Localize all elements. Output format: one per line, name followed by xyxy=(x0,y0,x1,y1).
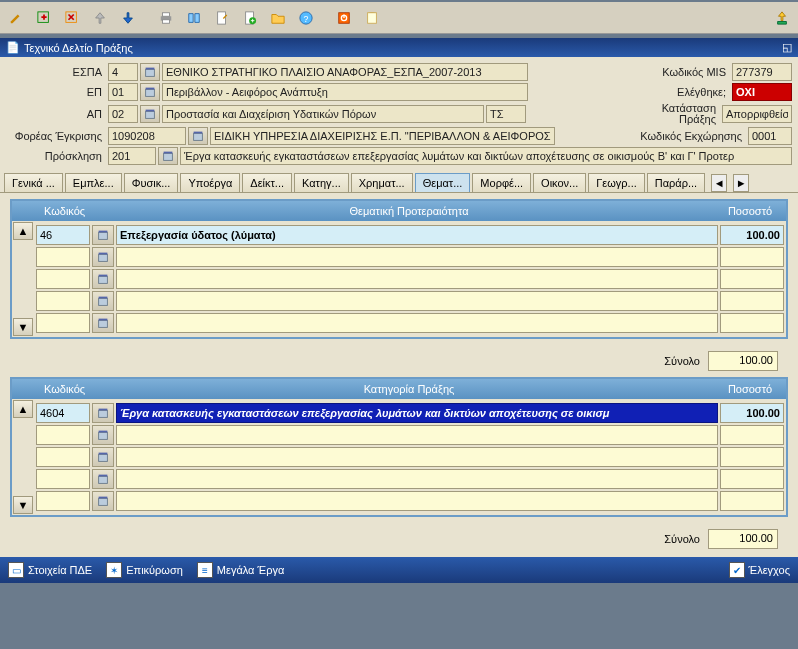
export-up-icon[interactable] xyxy=(770,6,794,30)
prosklisi-desc[interactable] xyxy=(180,147,792,165)
row-lookup-icon[interactable] xyxy=(92,313,114,333)
row-pct-input[interactable] xyxy=(720,291,784,311)
tab-themat[interactable]: Θεματ... xyxy=(415,173,471,192)
book-icon[interactable] xyxy=(182,6,206,30)
row-desc-input[interactable] xyxy=(116,313,718,333)
row-code-input[interactable] xyxy=(36,425,90,445)
row-desc-input[interactable] xyxy=(116,469,718,489)
foreas-lookup-icon[interactable] xyxy=(188,127,208,145)
row-desc-input[interactable] xyxy=(116,225,718,245)
row-pct-input[interactable] xyxy=(720,225,784,245)
bottom-elegxos-button[interactable]: ✔Έλεγχος xyxy=(729,562,790,578)
bottom-megala-button[interactable]: ≡Μεγάλα Έργα xyxy=(197,562,284,578)
tab-scroll-left-icon[interactable]: ◄ xyxy=(711,174,727,192)
checked-value[interactable] xyxy=(732,83,792,101)
prosklisi-lookup-icon[interactable] xyxy=(158,147,178,165)
row-lookup-icon[interactable] xyxy=(92,247,114,267)
arrow-down-icon[interactable] xyxy=(116,6,140,30)
row-desc-input[interactable] xyxy=(116,447,718,467)
bottom-pde-button[interactable]: ▭Στοιχεία ΠΔΕ xyxy=(8,562,92,578)
row-lookup-icon[interactable] xyxy=(92,425,114,445)
foreas-desc[interactable] xyxy=(210,127,555,145)
katastasi-value[interactable] xyxy=(722,105,792,123)
row-desc-input[interactable] xyxy=(116,247,718,267)
notepad-icon[interactable] xyxy=(360,6,384,30)
tab-ypoerga[interactable]: Υποέργα xyxy=(180,173,240,192)
row-code-input[interactable] xyxy=(36,313,90,333)
espa-code[interactable] xyxy=(108,63,138,81)
tab-oikon[interactable]: Οικον... xyxy=(533,173,586,192)
row-code-input[interactable] xyxy=(36,225,90,245)
bottom-epikyrosi-button[interactable]: ✶Επικύρωση xyxy=(106,562,183,578)
svg-rect-33 xyxy=(99,410,108,417)
row-desc-input[interactable] xyxy=(116,425,718,445)
row-pct-input[interactable] xyxy=(720,403,784,423)
doc-plus-icon[interactable] xyxy=(238,6,262,30)
tab-emple[interactable]: Εμπλε... xyxy=(65,173,122,192)
svg-rect-15 xyxy=(146,89,155,96)
row-desc-input[interactable] xyxy=(116,291,718,311)
grid-category: Κωδικός Κατηγορία Πράξης Ποσοστό ▲ ▼ xyxy=(10,377,788,517)
row-lookup-icon[interactable] xyxy=(92,225,114,245)
grid-b-scroll-up-icon[interactable]: ▲ xyxy=(13,400,33,418)
row-desc-input[interactable] xyxy=(116,403,718,423)
grid-a-scroll-down-icon[interactable]: ▼ xyxy=(13,318,33,336)
ap-code[interactable] xyxy=(108,105,138,123)
row-pct-input[interactable] xyxy=(720,247,784,267)
grid-plus-icon[interactable] xyxy=(32,6,56,30)
ap-ts[interactable] xyxy=(486,105,526,123)
maximize-icon[interactable]: ◱ xyxy=(782,41,792,54)
row-lookup-icon[interactable] xyxy=(92,269,114,289)
printer-icon[interactable] xyxy=(154,6,178,30)
row-lookup-icon[interactable] xyxy=(92,469,114,489)
folder-icon[interactable] xyxy=(266,6,290,30)
doc-edit-icon[interactable] xyxy=(210,6,234,30)
tab-deikt[interactable]: Δείκτ... xyxy=(242,173,292,192)
tab-scroll-right-icon[interactable]: ► xyxy=(733,174,749,192)
row-lookup-icon[interactable] xyxy=(92,291,114,311)
ep-desc[interactable] xyxy=(162,83,528,101)
espa-desc[interactable] xyxy=(162,63,528,81)
row-code-input[interactable] xyxy=(36,247,90,267)
row-lookup-icon[interactable] xyxy=(92,447,114,467)
ap-desc[interactable] xyxy=(162,105,484,123)
row-lookup-icon[interactable] xyxy=(92,403,114,423)
row-lookup-icon[interactable] xyxy=(92,491,114,511)
row-code-input[interactable] xyxy=(36,469,90,489)
row-pct-input[interactable] xyxy=(720,269,784,289)
row-desc-input[interactable] xyxy=(116,269,718,289)
row-pct-input[interactable] xyxy=(720,313,784,333)
row-pct-input[interactable] xyxy=(720,447,784,467)
pencil-icon[interactable] xyxy=(4,6,28,30)
espa-lookup-icon[interactable] xyxy=(140,63,160,81)
arrow-up-icon[interactable] xyxy=(88,6,112,30)
grid-a-scroll-up-icon[interactable]: ▲ xyxy=(13,222,33,240)
row-pct-input[interactable] xyxy=(720,469,784,489)
exit-icon[interactable] xyxy=(332,6,356,30)
tab-genika[interactable]: Γενικά ... xyxy=(4,173,63,192)
tab-fysik[interactable]: Φυσικ... xyxy=(124,173,179,192)
prosklisi-code[interactable] xyxy=(108,147,156,165)
ap-lookup-icon[interactable] xyxy=(140,105,160,123)
ep-code[interactable] xyxy=(108,83,138,101)
help-icon[interactable]: ? xyxy=(294,6,318,30)
tab-parar[interactable]: Παράρ... xyxy=(647,173,705,192)
tab-geogr[interactable]: Γεωγρ... xyxy=(588,173,644,192)
row-pct-input[interactable] xyxy=(720,491,784,511)
mis-value[interactable] xyxy=(732,63,792,81)
foreas-code[interactable] xyxy=(108,127,186,145)
row-code-input[interactable] xyxy=(36,403,90,423)
row-code-input[interactable] xyxy=(36,447,90,467)
row-desc-input[interactable] xyxy=(116,491,718,511)
grid-x-icon[interactable] xyxy=(60,6,84,30)
ekxorisi-value[interactable] xyxy=(748,127,792,145)
row-code-input[interactable] xyxy=(36,491,90,511)
tab-xrimat[interactable]: Χρηματ... xyxy=(351,173,413,192)
row-code-input[interactable] xyxy=(36,291,90,311)
row-code-input[interactable] xyxy=(36,269,90,289)
tab-morfe[interactable]: Μορφέ... xyxy=(472,173,531,192)
ep-lookup-icon[interactable] xyxy=(140,83,160,101)
grid-b-scroll-down-icon[interactable]: ▼ xyxy=(13,496,33,514)
row-pct-input[interactable] xyxy=(720,425,784,445)
tab-katig[interactable]: Κατηγ... xyxy=(294,173,349,192)
